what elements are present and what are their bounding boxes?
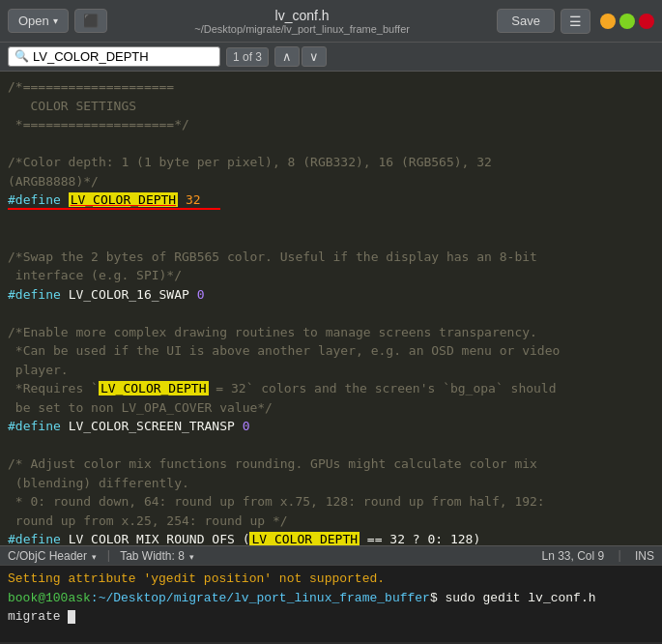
open-button[interactable]: Open ▾	[8, 9, 69, 33]
menu-button[interactable]: ☰	[561, 9, 590, 34]
searchbar: 🔍 1 of 3 ∧ ∨	[0, 43, 662, 72]
statusbar: C/ObjC Header ▾ | Tab Width: 8 ▾ Ln 33, …	[0, 545, 662, 565]
open-dropdown-arrow: ▾	[53, 15, 58, 26]
status-ins: INS	[635, 549, 654, 563]
titlebar-left: Open ▾ ⬛	[8, 9, 107, 33]
status-separator2: |	[616, 548, 623, 563]
search-next-button[interactable]: ∨	[302, 46, 327, 67]
editor[interactable]: /*==================== COLOR SETTINGS *=…	[0, 72, 662, 545]
search-nav: ∧ ∨	[274, 46, 327, 67]
terminal[interactable]: Setting attribute 'ygedit position' not …	[0, 565, 662, 642]
editor-content: /*==================== COLOR SETTINGS *=…	[8, 77, 654, 545]
monitor-button[interactable]: ⬛	[74, 9, 107, 33]
search-input[interactable]	[33, 49, 168, 64]
titlebar-center: lv_conf.h ~/Desktop/migrate/lv_port_linu…	[107, 8, 498, 35]
terminal-warn-line: Setting attribute 'ygedit position' not …	[8, 570, 654, 589]
tab-label: Tab Width: 8	[120, 549, 185, 563]
terminal-cwd-line: migrate	[8, 607, 654, 627]
status-language[interactable]: C/ObjC Header ▾	[8, 549, 97, 563]
tab-dropdown-icon: ▾	[189, 552, 194, 562]
titlebar: Open ▾ ⬛ lv_conf.h ~/Desktop/migrate/lv_…	[0, 0, 662, 43]
search-icon: 🔍	[14, 49, 29, 64]
search-prev-button[interactable]: ∧	[274, 46, 300, 67]
language-label: C/ObjC Header	[8, 549, 87, 563]
status-tab[interactable]: Tab Width: 8 ▾	[120, 549, 194, 563]
close-button[interactable]	[639, 14, 654, 29]
status-separator1: |	[104, 548, 112, 563]
search-input-wrap: 🔍	[8, 46, 220, 67]
terminal-cwd: migrate	[8, 609, 61, 624]
maximize-button[interactable]	[619, 14, 635, 29]
window-controls	[600, 14, 654, 29]
open-label: Open	[18, 14, 49, 28]
filename: lv_conf.h	[275, 8, 330, 23]
status-right: Ln 33, Col 9 | INS	[541, 548, 654, 563]
status-ln-col: Ln 33, Col 9	[541, 549, 604, 563]
terminal-warning: Setting attribute 'ygedit position' not …	[8, 571, 385, 586]
search-count: 1 of 3	[226, 47, 269, 67]
terminal-path: :~/Desktop/migrate/lv_port_linux_frame_b…	[91, 591, 430, 605]
terminal-user: book@100ask	[8, 591, 91, 605]
terminal-prompt-line: book@100ask:~/Desktop/migrate/lv_port_li…	[8, 589, 654, 608]
language-dropdown-icon: ▾	[92, 552, 97, 562]
titlebar-right: Save ☰	[497, 9, 654, 34]
terminal-cmd: $ sudo gedit lv_conf.h	[430, 591, 596, 605]
save-button[interactable]: Save	[497, 9, 555, 33]
filepath: ~/Desktop/migrate/lv_port_linux_frame_bu…	[194, 23, 410, 35]
minimize-button[interactable]	[600, 14, 616, 29]
terminal-cursor	[68, 610, 75, 624]
